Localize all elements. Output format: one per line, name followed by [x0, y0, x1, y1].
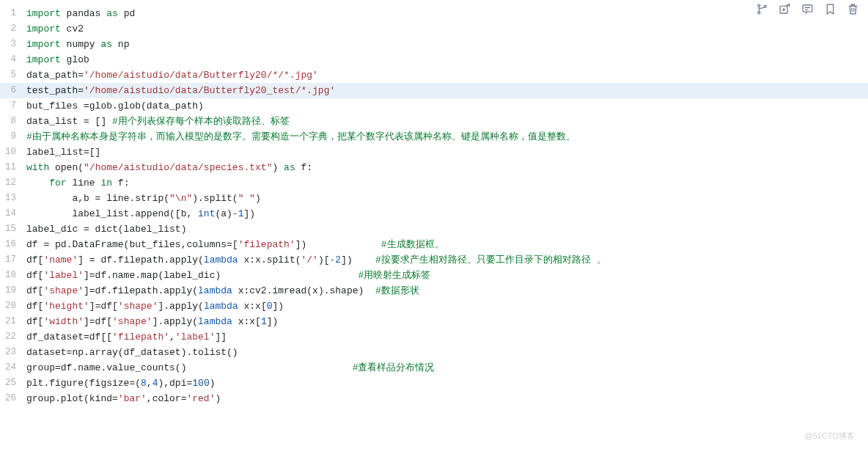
code-line: 2import cv2 [0, 21, 868, 37]
code-line: 18df['label']=df.name.map(label_dic) #用映… [0, 268, 868, 283]
line-number: 22 [0, 329, 26, 345]
code-content: label_dic = dict(label_list) [26, 221, 868, 237]
line-number: 18 [0, 268, 26, 283]
code-line: 1import pandas as pd [0, 6, 868, 21]
line-number: 11 [0, 160, 26, 175]
line-number: 10 [0, 144, 26, 160]
code-content: #由于属种名称本身是字符串，而输入模型的是数字。需要构造一个字典，把某个数字代表… [26, 129, 868, 144]
code-line: 7but_files =glob.glob(data_path) [0, 98, 868, 114]
line-number: 19 [0, 283, 26, 299]
code-content: import cv2 [26, 21, 868, 37]
code-line: 4import glob [0, 52, 868, 67]
code-line: 8data_list = [] #用个列表保存每个样本的读取路径、标签 [0, 114, 868, 129]
code-content: group=df.name.value_counts() #查看样品分布情况 [26, 360, 868, 376]
code-content: import glob [26, 52, 868, 67]
line-number: 4 [0, 52, 26, 67]
branch-icon[interactable] [756, 3, 768, 15]
line-number: 2 [0, 21, 26, 37]
code-line: 13 a,b = line.strip("\n").split(" ") [0, 191, 868, 206]
svg-point-0 [758, 4, 760, 7]
code-line: 20df['height']=df['shape'].apply(lambda … [0, 299, 868, 314]
code-content: label_list=[] [26, 144, 868, 160]
line-number: 17 [0, 252, 26, 268]
line-number: 26 [0, 391, 26, 406]
code-line: 25plt.figure(figsize=(8,4),dpi=100) [0, 376, 868, 391]
code-content: df['label']=df.name.map(label_dic) #用映射生… [26, 268, 868, 283]
line-number: 21 [0, 314, 26, 329]
code-line: 15label_dic = dict(label_list) [0, 221, 868, 237]
toolbar [756, 3, 859, 15]
code-line: 14 label_list.append([b, int(a)-1]) [0, 206, 868, 221]
code-line: 9#由于属种名称本身是字符串，而输入模型的是数字。需要构造一个字典，把某个数字代… [0, 129, 868, 144]
code-content: data_list = [] #用个列表保存每个样本的读取路径、标签 [26, 114, 868, 129]
code-content: import numpy as np [26, 37, 868, 52]
code-line: 22df_dataset=df[['filepath','label']] [0, 329, 868, 345]
line-number: 13 [0, 191, 26, 206]
line-number: 6 [0, 83, 26, 98]
code-content: a,b = line.strip("\n").split(" ") [26, 191, 868, 206]
code-content: df['name'] = df.filepath.apply(lambda x:… [26, 252, 868, 268]
code-content: but_files =glob.glob(data_path) [26, 98, 868, 114]
line-number: 1 [0, 6, 26, 21]
code-line: 5data_path='/home/aistudio/data/Butterfl… [0, 67, 868, 83]
svg-point-1 [758, 12, 760, 14]
code-content: df_dataset=df[['filepath','label']] [26, 329, 868, 345]
code-content: df = pd.DataFrame(but_files,columns=['fi… [26, 237, 868, 252]
line-number: 8 [0, 114, 26, 129]
code-content: import pandas as pd [26, 6, 868, 21]
line-number: 25 [0, 376, 26, 391]
code-line: 17df['name'] = df.filepath.apply(lambda … [0, 252, 868, 268]
line-number: 16 [0, 237, 26, 252]
code-line: 23dataset=np.array(df_dataset).tolist() [0, 345, 868, 360]
line-number: 3 [0, 37, 26, 52]
code-content: data_path='/home/aistudio/data/Butterfly… [26, 67, 868, 83]
code-content: dataset=np.array(df_dataset).tolist() [26, 345, 868, 360]
line-number: 5 [0, 67, 26, 83]
code-line: 19df['shape']=df.filepath.apply(lambda x… [0, 283, 868, 299]
code-line: 24group=df.name.value_counts() #查看样品分布情况 [0, 360, 868, 376]
code-content: test_path='/home/aistudio/data/Butterfly… [26, 83, 868, 98]
line-number: 7 [0, 98, 26, 114]
line-number: 15 [0, 221, 26, 237]
code-block: 1import pandas as pd2import cv23import n… [0, 0, 868, 412]
line-number: 20 [0, 299, 26, 314]
line-number: 23 [0, 345, 26, 360]
code-line: 12 for line in f: [0, 175, 868, 191]
watermark: @51CTO博客 [805, 428, 855, 444]
add-cell-icon[interactable] [779, 3, 791, 15]
code-line: 10label_list=[] [0, 144, 868, 160]
svg-rect-4 [803, 5, 812, 12]
code-content: group.plot(kind='bar',color='red') [26, 391, 868, 406]
code-content: df['shape']=df.filepath.apply(lambda x:c… [26, 283, 868, 299]
code-content: label_list.append([b, int(a)-1]) [26, 206, 868, 221]
code-content: for line in f: [26, 175, 868, 191]
code-content: df['width']=df['shape'].apply(lambda x:x… [26, 314, 868, 329]
line-number: 12 [0, 175, 26, 191]
code-content: with open("/home/aistudio/data/species.t… [26, 160, 868, 175]
code-line: 11with open("/home/aistudio/data/species… [0, 160, 868, 175]
code-line: 3import numpy as np [0, 37, 868, 52]
line-number: 9 [0, 129, 26, 144]
bookmark-icon[interactable] [824, 3, 836, 15]
code-line: 26group.plot(kind='bar',color='red') [0, 391, 868, 406]
comment-icon[interactable] [801, 3, 814, 15]
code-content: df['height']=df['shape'].apply(lambda x:… [26, 299, 868, 314]
line-number: 24 [0, 360, 26, 376]
code-line: 21df['width']=df['shape'].apply(lambda x… [0, 314, 868, 329]
line-number: 14 [0, 206, 26, 221]
code-line: 6test_path='/home/aistudio/data/Butterfl… [0, 83, 868, 98]
code-line: 16df = pd.DataFrame(but_files,columns=['… [0, 237, 868, 252]
trash-icon[interactable] [847, 3, 859, 15]
code-content: plt.figure(figsize=(8,4),dpi=100) [26, 376, 868, 391]
